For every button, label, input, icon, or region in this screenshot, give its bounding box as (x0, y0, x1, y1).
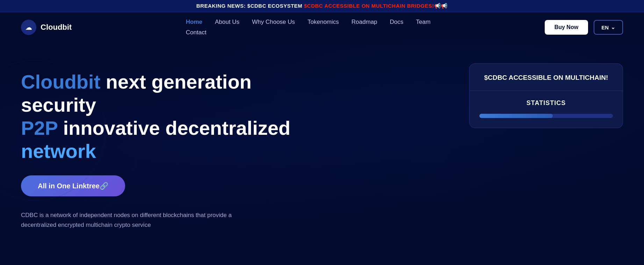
progress-bar-fill (479, 114, 553, 118)
nav-why-choose-us[interactable]: Why Choose Us (252, 19, 295, 26)
nav-tokenomics[interactable]: Tokenomics (308, 19, 339, 26)
breaking-news-highlight: $CDBC ACCESSIBLE ON MULTICHAIN BRIDGES!📢… (304, 3, 448, 9)
cta-button[interactable]: All in One Linktree🔗 (21, 175, 125, 196)
statistics-progress-bar (479, 114, 613, 118)
logo-area: ☁ Cloudbit (21, 20, 72, 35)
logo-icon: ☁ (21, 20, 36, 35)
nav-roadmap[interactable]: Roadmap (351, 19, 377, 26)
hero-title-brand: Cloudbit (21, 71, 100, 93)
buy-now-button[interactable]: Buy Now (545, 20, 588, 35)
language-selector[interactable]: EN ⌄ (594, 20, 623, 35)
nav-links-row2: Contact (186, 29, 431, 36)
nav-docs[interactable]: Docs (390, 19, 403, 26)
nav-home[interactable]: Home (186, 19, 202, 26)
multichain-header: $CDBC ACCESSIBLE ON MULTICHAIN! (470, 64, 623, 91)
logo-text[interactable]: Cloudbit (41, 23, 72, 32)
nav-links: Home About Us Why Choose Us Tokenomics R… (186, 19, 431, 36)
multichain-card: $CDBC ACCESSIBLE ON MULTICHAIN! STATISTI… (469, 63, 623, 128)
nav-contact[interactable]: Contact (186, 29, 207, 36)
hero-title-mid: innovative decentralized (58, 117, 291, 139)
statistics-section: STATISTICS (470, 91, 623, 128)
breaking-news-banner: BREAKING NEWS: $CDBC ECOSYSTEM $CDBC ACC… (0, 0, 644, 12)
hero-content: Cloudbit next generation security P2P in… (21, 70, 294, 230)
hero-description: CDBC is a network of independent nodes o… (21, 210, 266, 229)
nav-team[interactable]: Team (416, 19, 431, 26)
navbar-actions: Buy Now EN ⌄ (545, 20, 623, 35)
hero-panel: $CDBC ACCESSIBLE ON MULTICHAIN! STATISTI… (469, 70, 623, 128)
nav-about-us[interactable]: About Us (215, 19, 239, 26)
statistics-label: STATISTICS (479, 99, 613, 107)
nav-links-row1: Home About Us Why Choose Us Tokenomics R… (186, 19, 431, 26)
hero-title-p2p: P2P (21, 117, 58, 139)
navbar: ☁ Cloudbit Home About Us Why Choose Us T… (0, 12, 644, 42)
language-label: EN (601, 25, 609, 30)
hero-title-network: network (21, 140, 96, 162)
chevron-down-icon: ⌄ (611, 24, 615, 30)
breaking-news-prefix: BREAKING NEWS: $CDBC ECOSYSTEM (196, 3, 304, 9)
hero-title: Cloudbit next generation security P2P in… (21, 70, 294, 163)
logo-cloud-icon: ☁ (25, 23, 32, 32)
multichain-title: $CDBC ACCESSIBLE ON MULTICHAIN! (479, 74, 613, 82)
hero-section: Cloudbit next generation security P2P in… (0, 42, 644, 251)
